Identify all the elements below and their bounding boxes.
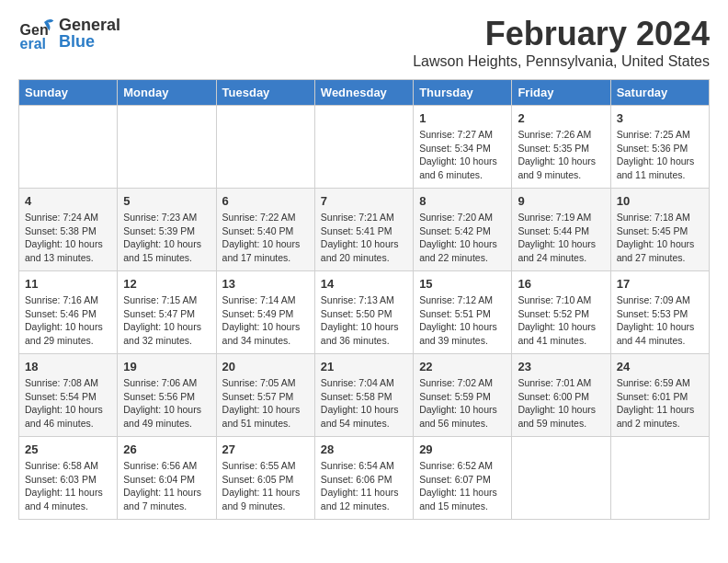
calendar-cell [314,106,413,189]
calendar-cell: 28Sunrise: 6:54 AM Sunset: 6:06 PM Dayli… [314,437,413,520]
day-info: Sunrise: 7:27 AM Sunset: 5:34 PM Dayligh… [419,128,506,182]
day-info: Sunrise: 7:05 AM Sunset: 5:57 PM Dayligh… [222,376,309,431]
day-number: 11 [25,277,111,291]
day-info: Sunrise: 7:24 AM Sunset: 5:38 PM Dayligh… [25,211,111,265]
calendar-cell: 13Sunrise: 7:14 AM Sunset: 5:49 PM Dayli… [216,271,314,354]
day-info: Sunrise: 7:15 AM Sunset: 5:47 PM Dayligh… [123,293,210,348]
day-info: Sunrise: 7:09 AM Sunset: 5:53 PM Dayligh… [617,293,703,348]
calendar-cell [512,437,610,520]
day-info: Sunrise: 7:25 AM Sunset: 5:36 PM Dayligh… [617,128,703,182]
day-info: Sunrise: 7:20 AM Sunset: 5:42 PM Dayligh… [419,211,506,265]
day-number: 7 [321,194,407,208]
day-info: Sunrise: 7:21 AM Sunset: 5:41 PM Dayligh… [321,211,407,265]
calendar-cell: 25Sunrise: 6:58 AM Sunset: 6:03 PM Dayli… [19,437,118,520]
day-info: Sunrise: 7:18 AM Sunset: 5:45 PM Dayligh… [617,211,703,265]
calendar-cell: 23Sunrise: 7:01 AM Sunset: 6:00 PM Dayli… [512,354,610,437]
calendar-cell: 16Sunrise: 7:10 AM Sunset: 5:52 PM Dayli… [512,271,610,354]
col-header-tuesday: Tuesday [216,80,314,106]
week-row-5: 25Sunrise: 6:58 AM Sunset: 6:03 PM Dayli… [19,437,710,520]
logo-general: General [59,17,120,33]
day-number: 13 [222,277,309,291]
calendar-cell: 3Sunrise: 7:25 AM Sunset: 5:36 PM Daylig… [610,106,709,189]
col-header-friday: Friday [512,80,610,106]
day-info: Sunrise: 6:58 AM Sunset: 6:03 PM Dayligh… [25,459,111,513]
day-info: Sunrise: 6:54 AM Sunset: 6:06 PM Dayligh… [321,459,407,513]
day-info: Sunrise: 7:16 AM Sunset: 5:46 PM Dayligh… [25,293,111,348]
day-info: Sunrise: 7:04 AM Sunset: 5:58 PM Dayligh… [321,376,407,431]
calendar-cell: 14Sunrise: 7:13 AM Sunset: 5:50 PM Dayli… [314,271,413,354]
day-info: Sunrise: 7:02 AM Sunset: 5:59 PM Dayligh… [419,376,506,431]
week-row-1: 1Sunrise: 7:27 AM Sunset: 5:34 PM Daylig… [19,106,710,189]
day-info: Sunrise: 6:59 AM Sunset: 6:01 PM Dayligh… [617,376,703,431]
header-row: SundayMondayTuesdayWednesdayThursdayFrid… [19,80,710,106]
day-number: 3 [617,111,703,125]
day-info: Sunrise: 7:13 AM Sunset: 5:50 PM Dayligh… [321,293,407,348]
day-info: Sunrise: 7:23 AM Sunset: 5:39 PM Dayligh… [123,211,210,265]
week-row-4: 18Sunrise: 7:08 AM Sunset: 5:54 PM Dayli… [19,354,710,437]
calendar-cell: 4Sunrise: 7:24 AM Sunset: 5:38 PM Daylig… [19,189,118,271]
logo-icon: Gen eral [18,15,55,52]
day-info: Sunrise: 7:19 AM Sunset: 5:44 PM Dayligh… [518,211,604,265]
calendar-table: SundayMondayTuesdayWednesdayThursdayFrid… [18,79,710,520]
logo: Gen eral General Blue [18,15,120,52]
calendar-cell: 7Sunrise: 7:21 AM Sunset: 5:41 PM Daylig… [314,189,413,271]
col-header-sunday: Sunday [19,80,118,106]
calendar-cell: 27Sunrise: 6:55 AM Sunset: 6:05 PM Dayli… [216,437,314,520]
calendar-cell: 19Sunrise: 7:06 AM Sunset: 5:56 PM Dayli… [118,354,216,437]
day-info: Sunrise: 7:01 AM Sunset: 6:00 PM Dayligh… [518,376,604,431]
calendar-cell [19,106,118,189]
calendar-cell: 22Sunrise: 7:02 AM Sunset: 5:59 PM Dayli… [414,354,512,437]
calendar-cell: 2Sunrise: 7:26 AM Sunset: 5:35 PM Daylig… [512,106,610,189]
day-number: 22 [419,360,506,373]
calendar-cell [118,106,216,189]
day-number: 9 [518,194,604,208]
day-info: Sunrise: 7:12 AM Sunset: 5:51 PM Dayligh… [419,293,506,348]
day-info: Sunrise: 6:56 AM Sunset: 6:04 PM Dayligh… [123,459,210,513]
day-number: 2 [518,111,604,125]
day-info: Sunrise: 7:14 AM Sunset: 5:49 PM Dayligh… [222,293,309,348]
day-number: 23 [518,360,604,373]
calendar-cell: 8Sunrise: 7:20 AM Sunset: 5:42 PM Daylig… [414,189,512,271]
day-number: 5 [123,194,210,208]
calendar-cell [610,437,709,520]
calendar-cell: 10Sunrise: 7:18 AM Sunset: 5:45 PM Dayli… [610,189,709,271]
day-number: 29 [419,442,506,456]
day-info: Sunrise: 7:06 AM Sunset: 5:56 PM Dayligh… [123,376,210,431]
calendar-cell: 9Sunrise: 7:19 AM Sunset: 5:44 PM Daylig… [512,189,610,271]
page-header: Gen eral General Blue February 2024 Laws… [18,15,710,70]
logo-text: General Blue [59,17,120,50]
day-number: 26 [123,442,210,456]
day-number: 4 [25,194,111,208]
day-number: 1 [419,111,506,125]
day-number: 12 [123,277,210,291]
day-number: 28 [321,442,407,456]
title-block: February 2024 Lawson Heights, Pennsylvan… [413,15,710,70]
day-number: 21 [321,360,407,373]
subtitle: Lawson Heights, Pennsylvania, United Sta… [413,53,710,70]
day-number: 20 [222,360,309,373]
calendar-cell: 6Sunrise: 7:22 AM Sunset: 5:40 PM Daylig… [216,189,314,271]
calendar-cell: 18Sunrise: 7:08 AM Sunset: 5:54 PM Dayli… [19,354,118,437]
day-info: Sunrise: 7:26 AM Sunset: 5:35 PM Dayligh… [518,128,604,182]
calendar-cell: 1Sunrise: 7:27 AM Sunset: 5:34 PM Daylig… [414,106,512,189]
col-header-saturday: Saturday [610,80,709,106]
day-number: 25 [25,442,111,456]
day-number: 17 [617,277,703,291]
calendar-cell: 5Sunrise: 7:23 AM Sunset: 5:39 PM Daylig… [118,189,216,271]
svg-text:eral: eral [20,36,46,52]
day-number: 27 [222,442,309,456]
day-number: 10 [617,194,703,208]
day-number: 16 [518,277,604,291]
calendar-cell: 26Sunrise: 6:56 AM Sunset: 6:04 PM Dayli… [118,437,216,520]
day-number: 18 [25,360,111,373]
calendar-cell: 21Sunrise: 7:04 AM Sunset: 5:58 PM Dayli… [314,354,413,437]
main-title: February 2024 [413,15,710,53]
week-row-3: 11Sunrise: 7:16 AM Sunset: 5:46 PM Dayli… [19,271,710,354]
day-number: 15 [419,277,506,291]
day-info: Sunrise: 7:08 AM Sunset: 5:54 PM Dayligh… [25,376,111,431]
week-row-2: 4Sunrise: 7:24 AM Sunset: 5:38 PM Daylig… [19,189,710,271]
col-header-wednesday: Wednesday [314,80,413,106]
col-header-thursday: Thursday [414,80,512,106]
calendar-cell: 17Sunrise: 7:09 AM Sunset: 5:53 PM Dayli… [610,271,709,354]
calendar-cell: 24Sunrise: 6:59 AM Sunset: 6:01 PM Dayli… [610,354,709,437]
